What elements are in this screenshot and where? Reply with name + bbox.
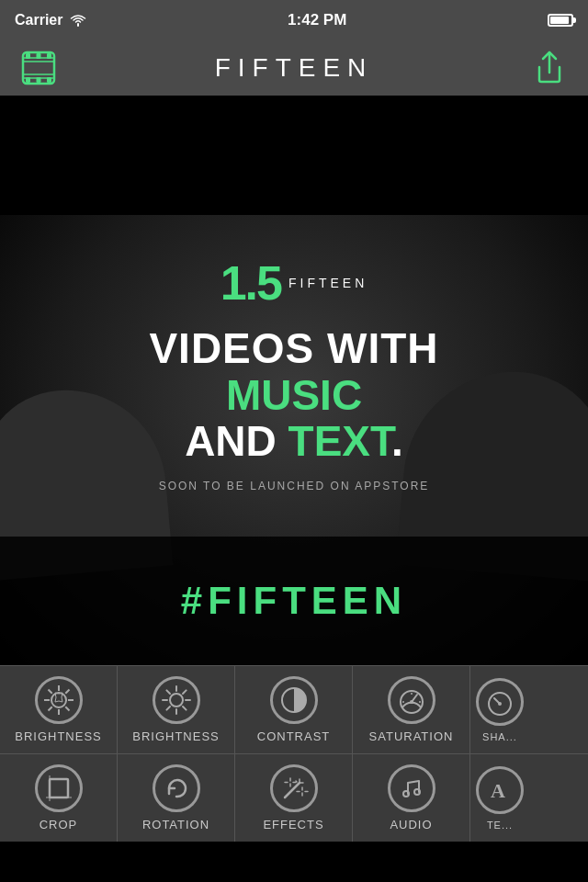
status-battery: [548, 14, 573, 27]
svg-rect-3: [26, 53, 30, 59]
tagline-music: MUSIC: [226, 372, 362, 419]
svg-point-36: [498, 702, 502, 706]
crop-icon-wrap: [35, 764, 83, 812]
svg-point-9: [51, 693, 66, 707]
tagline-videos: VIDEOS WITH: [149, 325, 438, 372]
sun-icon: [160, 684, 193, 717]
tagline-and-word: AND: [185, 417, 288, 465]
svg-rect-4: [37, 53, 41, 59]
svg-line-15: [65, 707, 69, 710]
text-icon: A: [483, 774, 516, 807]
svg-rect-8: [47, 77, 51, 83]
audio-icon-wrap: [388, 764, 435, 812]
svg-point-30: [410, 700, 413, 704]
film-reel-button[interactable]: [18, 48, 59, 88]
tagline-text-word: TEXT: [288, 417, 391, 465]
svg-line-17: [48, 707, 51, 710]
audio-icon: [395, 772, 428, 805]
tool-shadow[interactable]: Sha...: [470, 666, 529, 754]
tool-effects[interactable]: EFFECTS: [235, 754, 353, 842]
svg-rect-37: [50, 779, 68, 797]
gauge-icon: [395, 684, 428, 717]
hashtag-text: #FIFTEEN: [181, 579, 407, 623]
film-reel-icon: [21, 51, 56, 85]
toolbar-row-1: Brightness Brightness Con: [0, 665, 588, 753]
shadow-gauge-icon: [483, 685, 516, 718]
tool-brightness2-label: Brightness: [132, 729, 220, 743]
video-preview-area: [0, 96, 588, 215]
carrier-label: Carrier: [15, 12, 62, 28]
wifi-icon: [70, 14, 86, 27]
saturation-icon-wrap: [388, 676, 435, 724]
svg-line-40: [285, 783, 300, 797]
tagline-and-text: AND TEXT.: [185, 418, 403, 465]
tool-contrast-label: Contrast: [257, 729, 331, 743]
effects-icon-wrap: [270, 764, 318, 812]
svg-point-52: [403, 791, 409, 797]
tool-rotation[interactable]: ROTATION: [118, 754, 235, 842]
contrast-icon: [277, 684, 311, 717]
status-time: 1:42 PM: [288, 11, 346, 29]
status-carrier-wifi: Carrier: [15, 12, 86, 28]
svg-line-16: [65, 690, 69, 694]
logo-text: FIFTEEN: [288, 276, 368, 290]
brightness2-icon-wrap: [153, 676, 200, 724]
svg-rect-6: [26, 77, 30, 83]
tagline-period: .: [391, 417, 403, 465]
battery-icon: [548, 14, 573, 27]
content-top-section: 1.5 FIFTEEN VIDEOS WITH MUSIC AND TEXT. …: [0, 215, 588, 537]
tool-crop-label: CROP: [40, 818, 78, 831]
rotation-icon: [160, 772, 193, 805]
main-content-area: 1.5 FIFTEEN VIDEOS WITH MUSIC AND TEXT. …: [0, 215, 588, 665]
aperture-icon: [42, 684, 75, 717]
tool-text[interactable]: A TE...: [470, 754, 529, 842]
svg-line-24: [183, 707, 187, 710]
svg-line-25: [183, 690, 187, 694]
brightness1-icon-wrap: [35, 676, 83, 724]
app-header: FIFTEEN: [0, 40, 588, 96]
tool-contrast[interactable]: Contrast: [235, 666, 353, 754]
share-icon: [534, 51, 565, 85]
svg-rect-5: [47, 53, 51, 59]
svg-point-53: [414, 789, 420, 795]
app-title: FIFTEEN: [215, 53, 374, 83]
svg-rect-7: [37, 77, 41, 83]
tool-text-label: TE...: [487, 820, 513, 831]
contrast-icon-wrap: [270, 676, 318, 724]
svg-line-14: [48, 690, 51, 694]
rotation-icon-wrap: [153, 764, 200, 812]
tool-audio[interactable]: AUDIO: [353, 754, 470, 842]
text-icon-wrap: A: [476, 766, 524, 814]
share-button[interactable]: [529, 48, 570, 88]
svg-line-26: [166, 707, 170, 710]
tool-rotation-label: ROTATION: [142, 818, 209, 831]
logo-area: 1.5 FIFTEEN: [220, 259, 368, 307]
svg-point-18: [170, 694, 183, 707]
effects-icon: [277, 772, 311, 805]
svg-line-23: [166, 690, 170, 694]
tool-saturation-label: Saturation: [369, 729, 454, 743]
tool-effects-label: EFFECTS: [263, 818, 323, 831]
shadow-icon-wrap: [476, 678, 524, 726]
tool-shadow-label: Sha...: [482, 731, 517, 742]
tool-audio-label: AUDIO: [390, 818, 432, 831]
hashtag-section: #FIFTEEN: [0, 537, 588, 665]
tool-brightness1[interactable]: Brightness: [0, 666, 118, 754]
logo-number: 1.5: [220, 259, 281, 307]
status-bar: Carrier 1:42 PM: [0, 0, 588, 40]
subtitle-text: SOON TO BE LAUNCHED ON APPSTORE: [159, 480, 430, 492]
tool-brightness1-label: Brightness: [15, 729, 102, 743]
crop-icon: [42, 772, 75, 805]
tool-crop[interactable]: CROP: [0, 754, 118, 842]
tool-brightness2[interactable]: Brightness: [118, 666, 235, 754]
tool-saturation[interactable]: Saturation: [353, 666, 470, 754]
toolbar-row-2: CROP ROTATION: [0, 753, 588, 842]
svg-text:A: A: [491, 779, 505, 802]
